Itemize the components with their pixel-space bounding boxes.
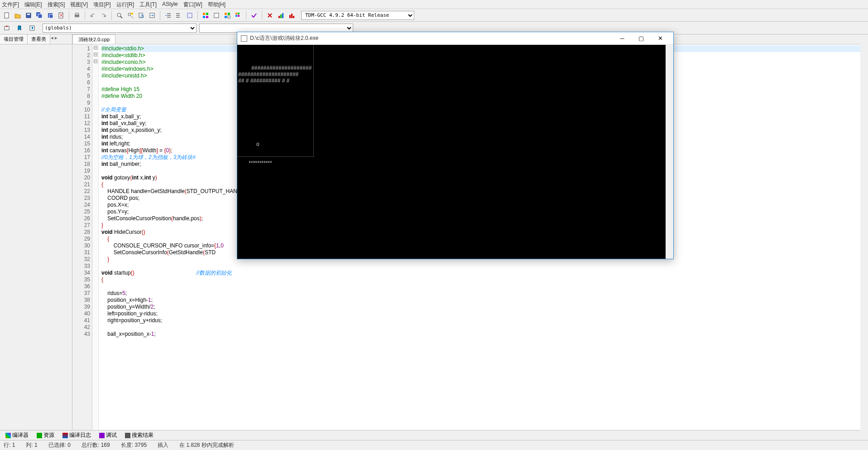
console-grid-vline <box>313 45 314 156</box>
svg-rect-38 <box>238 15 240 17</box>
close-button[interactable] <box>56 10 66 20</box>
console-output[interactable]: #################### ###################… <box>237 45 673 259</box>
tab-compile-log[interactable]: 编译日志 <box>59 431 95 440</box>
new-project-button[interactable] <box>2 23 12 33</box>
svg-rect-33 <box>225 16 227 18</box>
tab-project[interactable]: 项目管理 <box>0 34 28 44</box>
page-scrollbar[interactable] <box>860 34 868 430</box>
svg-rect-2 <box>27 14 30 15</box>
svg-rect-45 <box>291 14 293 18</box>
menu-edit[interactable]: 编辑[E] <box>24 1 42 8</box>
console-titlebar[interactable]: D:\c语言\游戏\消砖块2.0.exe ─ ▢ ✕ <box>237 32 673 45</box>
save-as-icon <box>47 12 53 19</box>
find-in-files-button[interactable] <box>136 10 146 20</box>
run-button[interactable] <box>211 10 221 20</box>
menu-help[interactable]: 帮助[H] <box>208 1 225 8</box>
search-icon <box>116 12 123 19</box>
maximize-button[interactable]: ▢ <box>632 33 651 44</box>
stop-button[interactable] <box>265 10 275 20</box>
side-panel: 项目管理 查看类 ◂ ▸ <box>0 34 72 430</box>
outdent-button[interactable] <box>174 10 184 20</box>
compile-button[interactable] <box>201 10 211 20</box>
menu-bar: 文件[F] 编辑[E] 搜索[S] 视图[V] 项目[P] 运行[R] 工具[T… <box>0 0 868 9</box>
menu-search[interactable]: 搜索[S] <box>48 1 65 8</box>
svg-point-14 <box>128 13 131 16</box>
bar-chart2-icon <box>288 12 295 19</box>
tab-resource[interactable]: 资源 <box>33 431 58 440</box>
minimize-button[interactable]: ─ <box>613 33 632 44</box>
compile-icon <box>202 12 209 19</box>
tab-search-result[interactable]: 搜索结果 <box>121 431 157 440</box>
debug-button[interactable] <box>249 10 259 20</box>
menu-project[interactable]: 项目[P] <box>93 1 111 8</box>
svg-rect-6 <box>49 15 53 18</box>
svg-rect-4 <box>38 14 42 18</box>
svg-rect-37 <box>235 15 237 17</box>
print-icon <box>74 12 80 19</box>
separator <box>197 11 198 20</box>
replace-icon <box>127 12 134 19</box>
menu-tools[interactable]: 工具[T] <box>139 1 157 8</box>
save-as-button[interactable] <box>45 10 55 20</box>
svg-rect-15 <box>131 13 133 15</box>
indent-button[interactable] <box>163 10 173 20</box>
status-parse-time: 在 1.828 秒内完成解析 <box>179 441 234 449</box>
bookmark-button[interactable] <box>14 23 24 33</box>
save-button[interactable] <box>24 10 34 20</box>
new-file-icon <box>4 12 10 19</box>
svg-rect-36 <box>238 13 240 15</box>
function-combo[interactable] <box>199 24 353 33</box>
svg-rect-22 <box>176 13 180 14</box>
menu-astyle[interactable]: AStyle <box>162 1 178 8</box>
open-file-button[interactable] <box>13 10 23 20</box>
main-toolbar: TDM-GCC 4.9.2 64-bit Release <box>0 9 868 22</box>
tab-class-view[interactable]: 查看类 <box>28 34 50 44</box>
status-line: 行: 1 <box>4 441 15 449</box>
goto-bookmark-icon <box>29 25 35 31</box>
compiler-combo[interactable]: TDM-GCC 4.9.2 64-bit Release <box>301 11 414 20</box>
menu-window[interactable]: 窗口[W] <box>183 1 202 8</box>
svg-rect-31 <box>225 13 227 15</box>
svg-rect-25 <box>187 13 192 18</box>
goto-button[interactable] <box>147 10 157 20</box>
format-button[interactable] <box>185 10 195 20</box>
svg-rect-20 <box>167 15 171 16</box>
status-length: 长度: 3795 <box>121 441 147 449</box>
compile-run-button[interactable] <box>222 10 232 20</box>
separator <box>246 11 246 20</box>
tab-debug[interactable]: 调试 <box>96 431 120 440</box>
separator <box>160 11 160 20</box>
insert-icon <box>4 25 10 31</box>
new-file-button[interactable] <box>2 10 12 20</box>
svg-rect-21 <box>167 17 171 18</box>
scope-combo[interactable]: (globals) <box>43 24 197 33</box>
console-scrollbar[interactable] <box>666 45 673 259</box>
undo-button[interactable] <box>88 10 98 20</box>
fold-column[interactable]: ⊟⊟⊟ <box>92 44 99 430</box>
profile-button[interactable] <box>276 10 286 20</box>
redo-button[interactable] <box>99 10 109 20</box>
file-tab-active[interactable]: 消砖块2.0.cpp <box>72 34 115 44</box>
save-all-icon <box>36 12 43 19</box>
profile2-button[interactable] <box>287 10 297 20</box>
print-button[interactable] <box>72 10 82 20</box>
console-grid-hline <box>237 156 314 157</box>
close-window-button[interactable]: ✕ <box>651 33 670 44</box>
debug-check-icon <box>99 433 105 438</box>
find-button[interactable] <box>115 10 125 20</box>
save-all-button[interactable] <box>34 10 44 20</box>
status-col: 列: 1 <box>26 441 37 449</box>
svg-rect-42 <box>280 15 282 18</box>
svg-rect-43 <box>282 13 283 18</box>
svg-rect-28 <box>203 16 205 18</box>
side-nav-arrows[interactable]: ◂ ▸ <box>50 34 58 44</box>
tab-compiler[interactable]: 编译器 <box>2 431 32 440</box>
svg-rect-26 <box>203 13 205 15</box>
menu-view[interactable]: 视图[V] <box>70 1 88 8</box>
svg-rect-19 <box>167 13 171 14</box>
menu-run[interactable]: 运行[R] <box>116 1 134 8</box>
replace-button[interactable] <box>125 10 135 20</box>
menu-file[interactable]: 文件[F] <box>2 1 19 8</box>
rebuild-button[interactable] <box>233 10 243 20</box>
goto-bookmark-button[interactable] <box>27 23 37 33</box>
